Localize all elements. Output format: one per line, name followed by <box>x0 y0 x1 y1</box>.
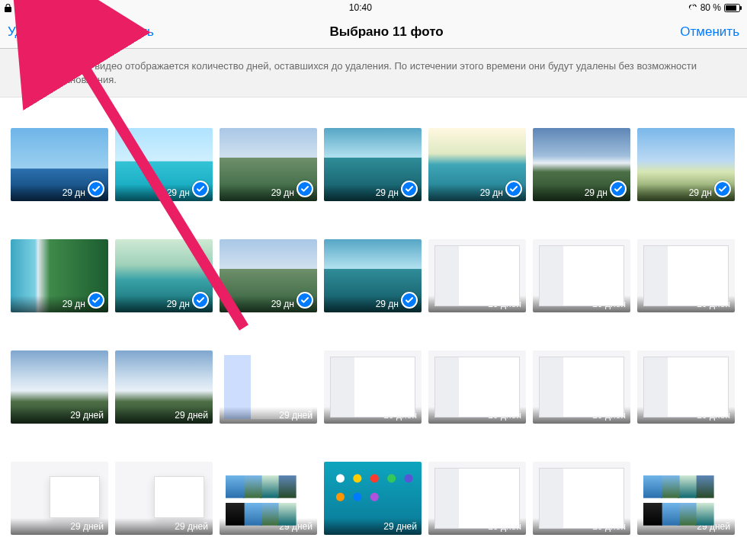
photo-thumbnail[interactable]: 29 дней <box>637 462 735 535</box>
selection-check-icon <box>401 292 418 309</box>
photo-thumbnail[interactable]: 29 дней <box>637 239 735 312</box>
status-battery-pct: 80 % <box>701 2 721 13</box>
battery-icon <box>724 4 742 12</box>
days-remaining-label: 29 дней <box>324 518 422 535</box>
selection-check-icon <box>88 292 104 309</box>
photo-grid-wrapper: 29 дн29 дн29 дн29 дн29 дн29 дн29 дн29 дн… <box>0 98 747 560</box>
photo-thumbnail[interactable]: 29 дней <box>533 350 630 424</box>
photo-thumbnail[interactable]: 29 дней <box>533 239 630 312</box>
photo-thumbnail[interactable]: 29 дней <box>324 462 422 535</box>
photo-thumbnail[interactable]: 29 дней <box>11 462 108 535</box>
photo-thumbnail[interactable]: 29 дн <box>428 128 526 201</box>
days-remaining-label: 29 дней <box>115 518 213 535</box>
days-remaining-label: 29 дней <box>428 296 526 312</box>
photo-thumbnail[interactable]: 29 дн <box>11 128 108 201</box>
selection-check-icon <box>297 181 313 197</box>
status-carrier: iPad <box>14 2 33 13</box>
selection-check-icon <box>401 181 418 197</box>
photo-thumbnail[interactable]: 29 дней <box>428 239 526 312</box>
photo-thumbnail[interactable]: 29 дней <box>220 350 317 424</box>
days-remaining-label: 29 дней <box>324 407 422 424</box>
days-remaining-label: 29 дней <box>220 407 317 424</box>
delete-button[interactable]: Удалить <box>8 24 57 40</box>
selection-check-icon <box>505 181 522 197</box>
days-remaining-label: 29 дней <box>533 407 630 424</box>
days-remaining-label: 29 дней <box>637 407 735 424</box>
lock-icon <box>5 4 11 12</box>
photo-thumbnail[interactable]: 29 дн <box>220 128 317 201</box>
photo-thumbnail[interactable]: 29 дней <box>637 350 735 424</box>
status-time: 10:40 <box>349 2 372 13</box>
photo-thumbnail[interactable]: 29 дней <box>115 350 213 424</box>
selection-check-icon <box>192 292 209 309</box>
photo-thumbnail[interactable]: 29 дней <box>533 462 630 535</box>
photo-thumbnail[interactable]: 29 дн <box>324 239 422 312</box>
days-remaining-label: 29 дней <box>428 407 526 424</box>
selection-check-icon <box>88 181 104 197</box>
photo-thumbnail[interactable]: 29 дн <box>637 128 735 201</box>
photo-thumbnail[interactable]: 29 дней <box>428 350 526 424</box>
page-title: Выбрано 11 фото <box>93 24 681 40</box>
photo-thumbnail[interactable]: 29 дней <box>220 462 317 535</box>
svg-rect-1 <box>726 5 736 11</box>
photo-thumbnail[interactable]: 29 дн <box>324 128 422 201</box>
photo-thumbnail[interactable]: 29 дней <box>324 350 422 424</box>
days-remaining-label: 29 дней <box>11 518 108 535</box>
days-remaining-label: 29 дней <box>637 518 735 535</box>
photo-thumbnail[interactable]: 29 дней <box>428 462 526 535</box>
selection-check-icon <box>714 181 731 197</box>
status-bar: iPad 10:40 80 % <box>0 0 747 15</box>
days-remaining-label: 29 дней <box>637 296 735 312</box>
days-remaining-label: 29 дней <box>115 407 213 424</box>
photo-grid: 29 дн29 дн29 дн29 дн29 дн29 дн29 дн29 дн… <box>0 128 747 560</box>
days-remaining-label: 29 дней <box>11 407 108 424</box>
days-remaining-label: 29 дней <box>533 518 630 535</box>
photo-thumbnail[interactable]: 29 дней <box>11 350 108 424</box>
selection-check-icon <box>297 292 313 309</box>
navigation-bar: Удалить Восстановить Выбрано 11 фото Отм… <box>0 15 747 49</box>
days-remaining-label: 29 дней <box>533 296 630 312</box>
svg-rect-2 <box>740 6 742 10</box>
days-remaining-label: 29 дней <box>428 518 526 535</box>
selection-check-icon <box>610 181 627 197</box>
selection-check-icon <box>192 181 209 197</box>
photo-thumbnail[interactable]: 29 дней <box>115 462 213 535</box>
sync-icon <box>688 3 697 12</box>
photo-thumbnail[interactable]: 29 дн <box>115 128 213 201</box>
photo-thumbnail[interactable]: 29 дн <box>11 239 108 312</box>
photo-thumbnail[interactable]: 29 дн <box>220 239 317 312</box>
info-banner: Для фото и видео отображается количество… <box>0 49 747 98</box>
cancel-button[interactable]: Отменить <box>680 24 739 39</box>
photo-thumbnail[interactable]: 29 дн <box>533 128 630 201</box>
days-remaining-label: 29 дней <box>220 518 317 535</box>
photo-thumbnail[interactable]: 29 дн <box>115 239 213 312</box>
